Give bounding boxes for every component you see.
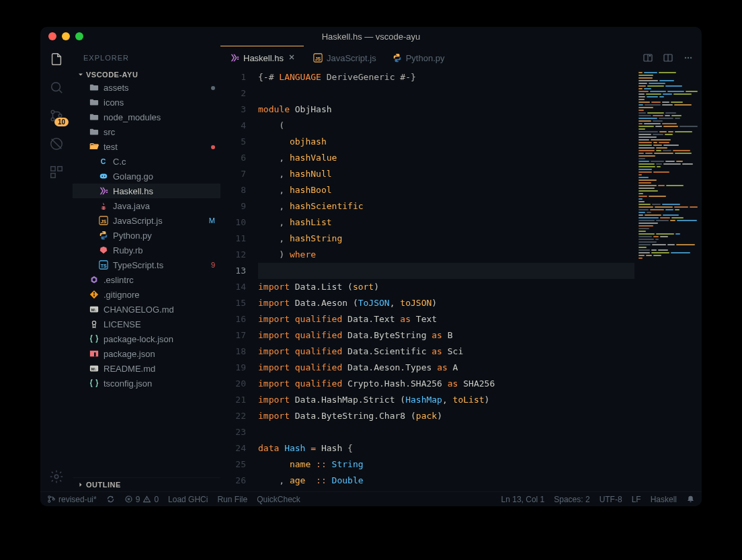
tree-item-test[interactable]: test bbox=[73, 139, 220, 154]
source-control-icon[interactable]: 10 bbox=[48, 108, 65, 124]
tree-item-c-c[interactable]: CC.c bbox=[73, 154, 220, 169]
more-actions-icon[interactable] bbox=[683, 52, 694, 63]
scm-badge: 10 bbox=[54, 118, 69, 126]
status-action-run-file[interactable]: Run File bbox=[217, 495, 247, 504]
code-line[interactable]: {-# LANGUAGE DeriveGeneric #-} bbox=[258, 69, 634, 85]
code-line[interactable]: import Data.HashMap.Strict (HashMap, toL… bbox=[258, 392, 634, 408]
extensions-icon[interactable] bbox=[48, 164, 65, 180]
tab-haskell-hs[interactable]: Haskell.hs bbox=[220, 46, 304, 69]
status-problems[interactable]: 9 0 bbox=[124, 495, 159, 504]
close-tab-icon[interactable] bbox=[288, 53, 297, 63]
status-indent[interactable]: Spaces: 2 bbox=[554, 495, 589, 504]
sidebar-section-outline[interactable]: OUTLINE bbox=[73, 477, 220, 491]
close-window-button[interactable] bbox=[48, 32, 56, 40]
code-line[interactable]: , hashNull bbox=[258, 166, 634, 182]
line-number: 22 bbox=[220, 408, 246, 424]
code-line[interactable]: , age :: Double bbox=[258, 473, 634, 489]
tree-item-changelog-md[interactable]: M↓CHANGELOG.md bbox=[73, 302, 220, 317]
md-icon: M↓ bbox=[89, 304, 99, 315]
code-editor[interactable]: 1234567891011121314151617181920212223242… bbox=[220, 69, 634, 491]
status-bell-icon[interactable] bbox=[686, 495, 695, 504]
search-icon[interactable] bbox=[48, 79, 65, 95]
tree-item-haskell-hs[interactable]: Haskell.hs bbox=[73, 184, 220, 198]
tab-python-py[interactable]: Python.py bbox=[383, 46, 452, 69]
minimap[interactable] bbox=[634, 69, 702, 491]
code-line[interactable]: ( bbox=[258, 118, 634, 134]
code-line[interactable] bbox=[258, 263, 634, 279]
activity-bar: 10 bbox=[40, 46, 73, 491]
tree-item-typescript-ts[interactable]: TSTypeScript.ts9 bbox=[73, 257, 220, 272]
code-line[interactable]: import Data.ByteString.Char8 (pack) bbox=[258, 408, 634, 424]
svg-point-3 bbox=[58, 114, 62, 118]
minimize-window-button[interactable] bbox=[62, 32, 70, 40]
code-line[interactable]: , hashBool bbox=[258, 182, 634, 198]
tree-item-tsconfig-json[interactable]: tsconfig.json bbox=[73, 376, 220, 391]
tree-item-label: C.c bbox=[113, 157, 215, 167]
svg-point-17 bbox=[93, 292, 95, 293]
tree-item-label: Golang.go bbox=[113, 171, 215, 182]
editor-tabs: Haskell.hsJSJavaScript.jsPython.py bbox=[220, 46, 702, 69]
tree-item--eslintrc[interactable]: .eslintrc bbox=[73, 272, 220, 287]
tree-item-icons[interactable]: icons bbox=[73, 95, 220, 110]
line-number: 20 bbox=[220, 376, 246, 392]
code-line[interactable]: data Hash = Hash { bbox=[258, 440, 634, 456]
code-line[interactable]: , hashString bbox=[258, 231, 634, 247]
code-line[interactable]: objhash bbox=[258, 134, 634, 150]
tree-item-package-lock-json[interactable]: package-lock.json bbox=[73, 331, 220, 346]
status-sync[interactable] bbox=[106, 495, 115, 504]
sidebar-section-workspace[interactable]: VSCODE-AYU bbox=[73, 69, 220, 80]
debug-icon[interactable] bbox=[48, 136, 65, 152]
status-cursor-position[interactable]: Ln 13, Col 1 bbox=[501, 495, 545, 504]
tab-javascript-js[interactable]: JSJavaScript.js bbox=[304, 46, 383, 69]
code-line[interactable]: , hashList bbox=[258, 214, 634, 231]
line-number-gutter: 1234567891011121314151617181920212223242… bbox=[220, 69, 258, 491]
status-eol[interactable]: LF bbox=[632, 495, 641, 504]
svg-text:C: C bbox=[101, 157, 106, 165]
explorer-icon[interactable] bbox=[48, 51, 65, 67]
maximize-window-button[interactable] bbox=[75, 32, 83, 40]
status-action-load-ghci[interactable]: Load GHCi bbox=[168, 495, 208, 504]
tree-item-golang-go[interactable]: Golang.go bbox=[73, 169, 220, 184]
js-icon: JS bbox=[98, 215, 109, 226]
tree-item-readme-md[interactable]: M↓README.md bbox=[73, 361, 220, 376]
code-line[interactable]: import qualified Data.Aeson.Types as A bbox=[258, 360, 634, 376]
code-line[interactable] bbox=[258, 85, 634, 102]
code-content[interactable]: {-# LANGUAGE DeriveGeneric #-} module Ob… bbox=[258, 69, 634, 491]
status-language[interactable]: Haskell bbox=[651, 495, 677, 504]
tree-item-javascript-js[interactable]: JSJavaScript.jsM bbox=[73, 213, 220, 228]
tree-item-python-py[interactable]: Python.py bbox=[73, 228, 220, 243]
folder-open-icon bbox=[89, 141, 99, 152]
code-line[interactable] bbox=[258, 424, 634, 440]
code-line[interactable]: ) where bbox=[258, 247, 634, 263]
tree-item-java-java[interactable]: Java.java bbox=[73, 198, 220, 213]
code-line[interactable]: , hashValue bbox=[258, 150, 634, 166]
code-line[interactable]: import qualified Data.Scientific as Sci bbox=[258, 344, 634, 360]
tree-item-package-json[interactable]: package.json bbox=[73, 346, 220, 361]
status-encoding[interactable]: UTF-8 bbox=[600, 495, 622, 504]
tree-item-license[interactable]: LICENSE bbox=[73, 317, 220, 331]
tree-item-ruby-rb[interactable]: Ruby.rb bbox=[73, 243, 220, 257]
code-line[interactable]: import Data.List (sort) bbox=[258, 279, 634, 295]
status-git-branch[interactable]: revised-ui* bbox=[47, 495, 97, 504]
editor-group: Haskell.hsJSJavaScript.jsPython.py 12345… bbox=[220, 46, 702, 491]
code-line[interactable]: name :: String bbox=[258, 456, 634, 473]
tree-item-assets[interactable]: assets bbox=[73, 80, 220, 95]
code-line[interactable]: , hashScientific bbox=[258, 198, 634, 214]
tree-item-src[interactable]: src bbox=[73, 124, 220, 139]
error-count: 9 bbox=[136, 495, 140, 504]
code-line[interactable]: import qualified Data.ByteString as B bbox=[258, 327, 634, 344]
svg-rect-6 bbox=[58, 167, 62, 171]
code-line[interactable]: module ObjHash bbox=[258, 102, 634, 118]
code-line[interactable]: import qualified Crypto.Hash.SHA256 as S… bbox=[258, 376, 634, 392]
svg-text:JS: JS bbox=[101, 219, 107, 224]
toggle-panel-icon[interactable] bbox=[643, 52, 653, 63]
tree-item--gitignore[interactable]: .gitignore bbox=[73, 287, 220, 302]
tree-item-node-modules[interactable]: node_modules bbox=[73, 110, 220, 124]
line-number: 14 bbox=[220, 279, 246, 295]
json-icon bbox=[89, 333, 99, 344]
settings-gear-icon[interactable] bbox=[48, 469, 65, 485]
code-line[interactable]: import qualified Data.Text as Text bbox=[258, 311, 634, 327]
status-action-quickcheck[interactable]: QuickCheck bbox=[257, 495, 300, 504]
split-editor-icon[interactable] bbox=[663, 52, 673, 63]
code-line[interactable]: import Data.Aeson (ToJSON, toJSON) bbox=[258, 295, 634, 311]
